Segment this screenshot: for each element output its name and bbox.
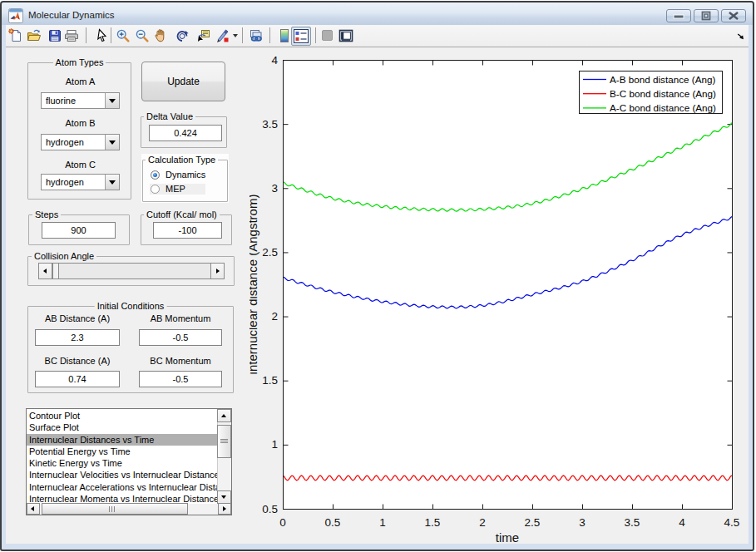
svg-text:2.5: 2.5: [262, 246, 278, 259]
svg-text:1: 1: [379, 516, 386, 529]
svg-text:1.5: 1.5: [262, 374, 278, 387]
svg-text:3: 3: [579, 516, 586, 529]
svg-text:B-C bond distance (Ang): B-C bond distance (Ang): [610, 88, 716, 99]
svg-text:3.5: 3.5: [625, 516, 640, 529]
svg-text:4: 4: [679, 516, 685, 529]
svg-text:A-C bond distance (Ang): A-C bond distance (Ang): [610, 102, 716, 113]
svg-text:2: 2: [479, 516, 486, 529]
svg-text:0: 0: [279, 516, 286, 529]
svg-text:0.5: 0.5: [325, 516, 341, 529]
svg-text:1: 1: [271, 438, 278, 451]
svg-text:1.5: 1.5: [425, 516, 441, 529]
svg-text:internuclear distance (Angstro: internuclear distance (Angstrom): [250, 195, 259, 375]
svg-text:2: 2: [271, 310, 278, 323]
svg-text:3: 3: [271, 182, 278, 195]
svg-text:A-B bond distance (Ang): A-B bond distance (Ang): [610, 74, 715, 85]
svg-text:time: time: [496, 530, 519, 545]
svg-text:2.5: 2.5: [525, 516, 541, 529]
svg-text:0.5: 0.5: [262, 503, 278, 515]
svg-text:4.5: 4.5: [724, 516, 740, 529]
svg-text:4: 4: [271, 54, 278, 67]
svg-text:3.5: 3.5: [262, 118, 278, 131]
